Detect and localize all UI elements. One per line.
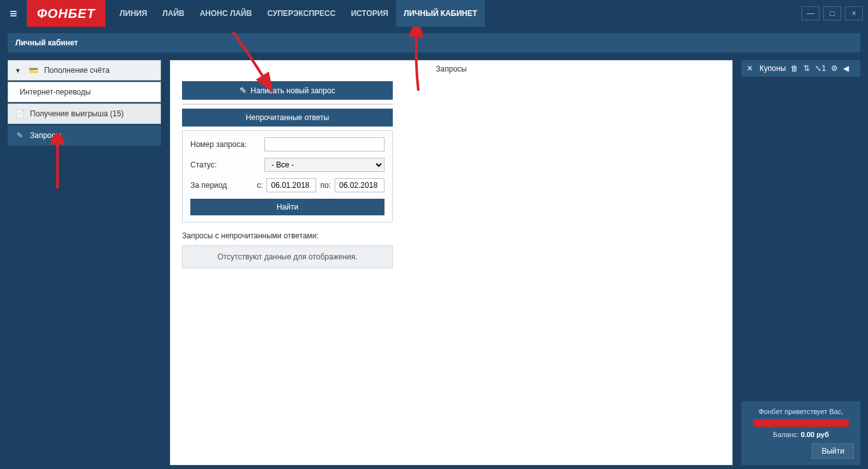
collapse-icon[interactable]: ◀ [843,64,849,73]
sidebar: ▼ 💳 Пополнение счёта Интернет-переводы 📄… [8,60,161,465]
from-prefix: с: [257,181,263,190]
unread-header-label: Непрочитанные ответы [246,113,329,122]
sidebar-label: Пополнение счёта [44,66,110,75]
hamburger-icon: ≡ [10,6,17,21]
nav-cabinet[interactable]: ЛИЧНЫЙ КАБИНЕТ [396,0,485,27]
card-icon: 💳 [29,66,39,75]
nav-anons-live[interactable]: АНОНС ЛАЙВ [192,0,260,27]
balance-value: 0.00 руб [801,431,829,438]
sidebar-label: Интернет-переводы [20,88,91,96]
to-prefix: по: [320,181,331,190]
trash-icon[interactable]: 🗑 [791,64,798,73]
right-column: ✕ Купоны 🗑 ⇅ ⤡1 ⚙ ◀ Фонбет приветствует … [742,60,860,465]
filter-box: Номер запроса: Статус: - Все - За период… [182,130,393,222]
coupons-bar: ✕ Купоны 🗑 ⇅ ⤡1 ⚙ ◀ [742,60,860,77]
balance-label: Баланс: [773,431,799,438]
sidebar-item-topup[interactable]: ▼ 💳 Пополнение счёта [8,60,161,81]
close-coupons-icon[interactable]: ✕ [747,64,753,73]
unread-caption: Запросы с непрочитанными ответами: [182,231,393,240]
window-minimize[interactable]: — [802,6,819,20]
top-nav: ЛИНИЯ ЛАЙВ АНОНС ЛАЙВ СУПЕРЭКСПРЕСС ИСТО… [112,0,485,27]
section-header: Личный кабинет [8,33,860,52]
logout-button[interactable]: Выйти [812,443,854,459]
window-close[interactable]: × [845,6,863,20]
page-title: Запросы [436,65,466,73]
nav-live[interactable]: ЛАЙВ [155,0,192,27]
pen-icon: ✎ [240,86,247,95]
unread-header: Непрочитанные ответы [182,109,393,127]
sidebar-item-payout[interactable]: 📄 Получение выигрыша (15) [8,104,161,124]
split-icon[interactable]: ⤡1 [815,64,826,73]
sidebar-label: Запросы [30,131,61,140]
sidebar-item-internet-transfers[interactable]: Интернет-переводы [8,82,161,102]
status-select[interactable]: - Все - [264,158,385,172]
nav-history[interactable]: ИСТОРИЯ [343,0,396,27]
sidebar-item-requests[interactable]: ✎ Запросы [8,125,161,146]
empty-data-box: Отсутствуют данные для отображения. [182,245,393,268]
count-badge: 1 [821,64,826,73]
new-request-button[interactable]: ✎ Написать новый запрос [182,81,393,100]
status-label: Статус: [190,160,261,169]
hamburger-menu[interactable]: ≡ [0,0,27,27]
coupons-label: Купоны [759,64,786,73]
new-request-label: Написать новый запрос [250,86,335,95]
request-no-label: Номер запроса: [190,140,261,149]
sidebar-label: Получение выигрыша (15) [30,109,124,118]
caret-down-icon: ▼ [15,67,21,74]
request-no-input[interactable] [264,137,385,151]
gear-icon[interactable]: ⚙ [831,64,838,73]
period-label: За период [190,181,253,190]
nav-superexpress[interactable]: СУПЕРЭКСПРЕСС [259,0,343,27]
find-button[interactable]: Найти [190,199,385,215]
brand-logo: ФОНБЕТ [27,0,105,27]
section-title: Личный кабинет [15,38,78,47]
divider [182,104,393,105]
greeting-text: Фонбет приветствует Вас, [748,408,854,415]
updown-icon[interactable]: ⇅ [803,64,810,73]
date-to-input[interactable] [335,178,385,192]
main-panel: Запросы ✎ Написать новый запрос Непрочит… [170,60,733,465]
request-icon: ✎ [15,131,25,140]
date-from-input[interactable] [266,178,316,192]
window-maximize[interactable]: □ [823,6,841,20]
nav-line[interactable]: ЛИНИЯ [112,0,155,27]
username-redacted [753,419,849,427]
payout-icon: 📄 [15,109,25,118]
greeting-box: Фонбет приветствует Вас, Баланс: 0.00 ру… [742,401,860,465]
